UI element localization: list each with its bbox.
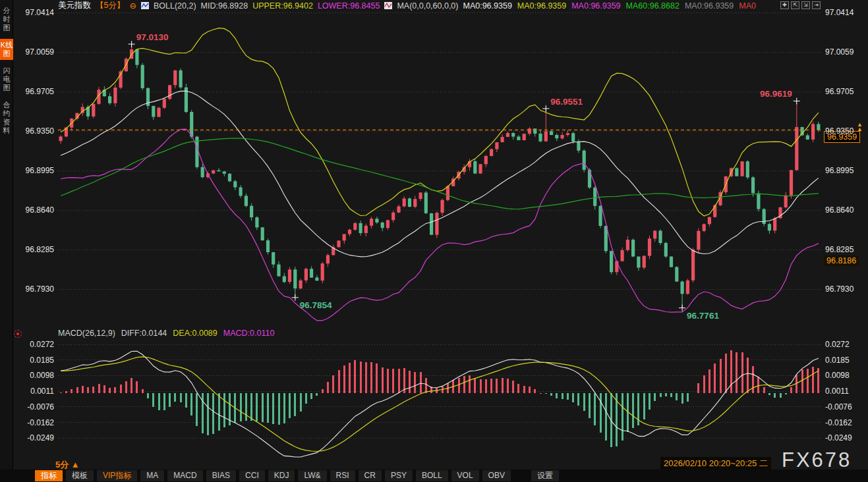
tab-settings[interactable]: 设置: [531, 470, 559, 481]
tab-bias[interactable]: BIAS: [206, 470, 236, 481]
macd-params-label: MACD(26,12,9): [58, 329, 115, 338]
grid-lines: [58, 13, 821, 438]
macd-macd-value: MACD:0.0110: [223, 329, 275, 338]
boll-upper-line: [61, 28, 819, 216]
tab-kdj[interactable]: KDJ: [268, 470, 295, 481]
ma60-line: [61, 138, 819, 209]
tab-lw[interactable]: LW&: [298, 470, 326, 481]
kline-macd-chart[interactable]: 97.013096.785496.955196.776196.9619: [0, 0, 868, 482]
tab-obv[interactable]: OBV: [482, 470, 511, 481]
trading-terminal: 分时图K线图闪电图合约资料 美元指数 【5分】 ⊖ BOLL(20,2) MID…: [0, 0, 868, 482]
footer-period-label: 5分: [55, 460, 69, 469]
macd-header: MACD(26,12,9) DIFF:0.0144 DEA:0.0089 MAC…: [58, 329, 274, 338]
tab-cci[interactable]: CCI: [239, 470, 265, 481]
tab-template[interactable]: 模板: [66, 470, 94, 481]
tab-vip-indicator[interactable]: VIP指标: [97, 470, 137, 481]
svg-text:97.0130: 97.0130: [136, 32, 169, 42]
svg-text:96.7854: 96.7854: [300, 300, 332, 310]
bar-timestamp: 2026/02/10 20:20~20:25 二: [660, 457, 771, 470]
tab-vol[interactable]: VOL: [451, 470, 479, 481]
tab-boll[interactable]: BOLL: [416, 470, 448, 481]
footer-period-arrow-icon: ▲: [71, 460, 80, 469]
macd-histogram: [60, 350, 820, 447]
tab-psy[interactable]: PSY: [385, 470, 413, 481]
tab-ma[interactable]: MA: [140, 470, 164, 481]
candlestick-layer: [59, 44, 821, 308]
svg-text:96.7761: 96.7761: [687, 311, 719, 321]
svg-text:96.9619: 96.9619: [760, 89, 792, 99]
svg-text:96.9551: 96.9551: [550, 97, 583, 107]
macd-dea-value: DEA:0.0089: [173, 329, 217, 338]
boll-mid-line: [61, 91, 819, 257]
tab-cr[interactable]: CR: [359, 470, 382, 481]
live-indicator-icon: [14, 330, 22, 338]
brand-watermark: FX678: [782, 448, 852, 472]
macd-diff-line: [61, 351, 819, 457]
tab-rsi[interactable]: RSI: [330, 470, 355, 481]
tab-indicator[interactable]: 指标: [35, 470, 63, 481]
tab-macd[interactable]: MACD: [167, 470, 202, 481]
indicator-toolbar: 指标模板VIP指标MAMACDBIASCCIKDJLW&RSICRPSYBOLL…: [0, 469, 868, 482]
macd-diff-value: DIFF:0.0144: [121, 329, 167, 338]
